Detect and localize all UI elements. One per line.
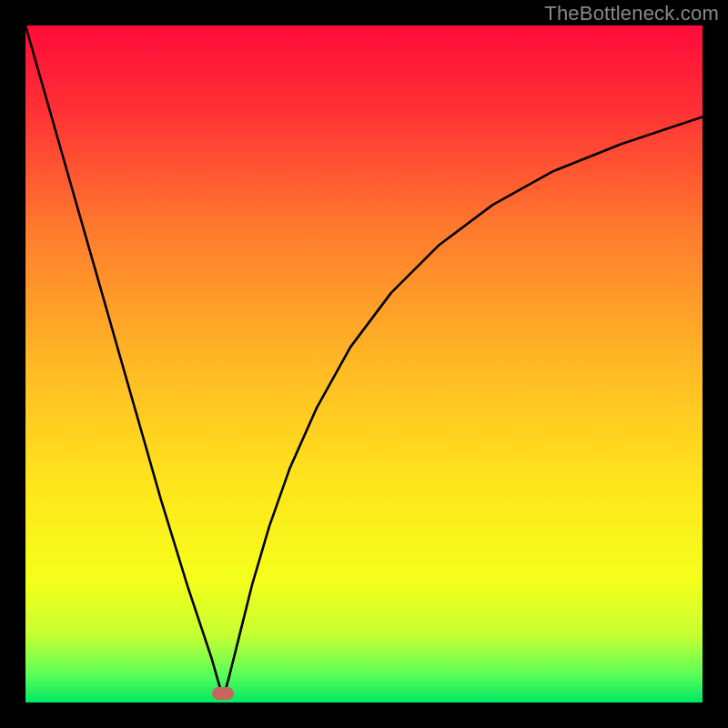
watermark-text: TheBottleneck.com	[544, 2, 719, 25]
gradient-background	[25, 25, 703, 703]
chart-svg	[25, 25, 703, 703]
plot-area	[25, 25, 703, 703]
minimum-marker	[212, 687, 234, 700]
chart-frame: TheBottleneck.com	[0, 0, 728, 728]
